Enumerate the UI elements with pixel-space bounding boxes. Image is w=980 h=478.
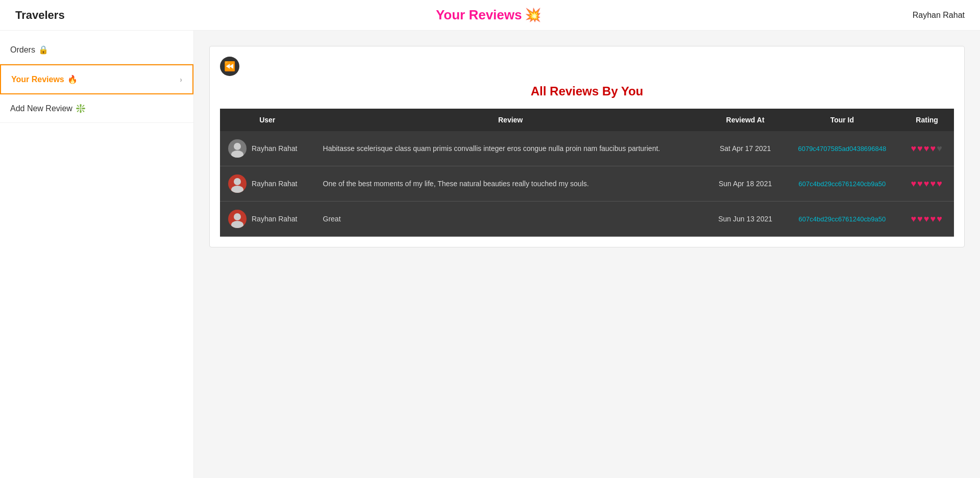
svg-point-1 bbox=[231, 150, 243, 158]
reviewed-at: Sun Apr 18 2021 bbox=[706, 166, 785, 202]
svg-point-2 bbox=[234, 178, 241, 185]
col-review: Review bbox=[315, 109, 706, 131]
sidebar: Orders 🔒 Your Reviews 🔥 › Add New Review… bbox=[0, 31, 194, 478]
rating-hearts: ♥♥♥♥♥ bbox=[911, 143, 943, 154]
tour-id[interactable]: 607c4bd29cc6761240cb9a50 bbox=[784, 202, 900, 237]
svg-point-3 bbox=[231, 186, 243, 193]
table-row: Rayhan Rahat One of the best moments of … bbox=[220, 166, 954, 202]
svg-point-0 bbox=[234, 143, 241, 150]
reviewed-at: Sat Apr 17 2021 bbox=[706, 131, 785, 166]
table-header: User Review Reviewd At Tour Id Rating bbox=[220, 109, 954, 131]
col-user: User bbox=[220, 109, 315, 131]
tour-id-link[interactable]: 607c4bd29cc6761240cb9a50 bbox=[799, 180, 886, 188]
review-text: One of the best moments of my life, Thes… bbox=[315, 166, 706, 202]
back-button[interactable]: ⏪ bbox=[220, 57, 239, 76]
sidebar-orders-emoji: 🔒 bbox=[38, 45, 48, 55]
sidebar-orders-label: Orders bbox=[10, 45, 35, 55]
user-name-cell: Rayhan Rahat bbox=[252, 144, 298, 153]
avatar bbox=[228, 174, 247, 193]
brand-title: Travelers bbox=[15, 9, 65, 22]
rating-hearts: ♥♥♥♥♥ bbox=[911, 214, 943, 224]
review-text: Habitasse scelerisque class quam primis … bbox=[315, 131, 706, 166]
content-area: ⏪ All Reviews By You User Review Reviewd… bbox=[194, 31, 980, 478]
rating-cell: ♥♥♥♥♥ bbox=[900, 166, 954, 202]
user-name-cell: Rayhan Rahat bbox=[252, 180, 298, 188]
header-title-emoji: 💥 bbox=[525, 7, 541, 23]
rating-cell: ♥♥♥♥♥ bbox=[900, 131, 954, 166]
svg-point-5 bbox=[231, 221, 243, 228]
sidebar-item-your-reviews[interactable]: Your Reviews 🔥 › bbox=[0, 64, 193, 94]
tour-id[interactable]: 6079c4707585ad0438696848 bbox=[784, 131, 900, 166]
header-page-title: Your Reviews 💥 bbox=[436, 7, 542, 23]
tour-id-link[interactable]: 607c4bd29cc6761240cb9a50 bbox=[799, 215, 886, 223]
sidebar-your-reviews-label: Your Reviews bbox=[11, 75, 64, 84]
sidebar-your-reviews-emoji: 🔥 bbox=[67, 74, 78, 84]
tour-id-link[interactable]: 6079c4707585ad0438696848 bbox=[798, 145, 886, 153]
reviewed-at: Sun Jun 13 2021 bbox=[706, 202, 785, 237]
sidebar-add-review-emoji: ❇️ bbox=[76, 104, 86, 113]
main-layout: Orders 🔒 Your Reviews 🔥 › Add New Review… bbox=[0, 31, 980, 478]
chevron-right-icon: › bbox=[180, 76, 182, 84]
col-reviewed-at: Reviewd At bbox=[706, 109, 785, 131]
review-text: Great bbox=[315, 202, 706, 237]
user-name-cell: Rayhan Rahat bbox=[252, 215, 298, 223]
col-tour-id: Tour Id bbox=[784, 109, 900, 131]
sidebar-add-review-label: Add New Review bbox=[10, 104, 72, 113]
header-title-text: Your Reviews bbox=[436, 7, 522, 23]
avatar bbox=[228, 139, 247, 158]
rating-hearts: ♥♥♥♥♥ bbox=[911, 179, 943, 189]
table-body: Rayhan Rahat Habitasse scelerisque class… bbox=[220, 131, 954, 237]
rating-cell: ♥♥♥♥♥ bbox=[900, 202, 954, 237]
top-header: Travelers Your Reviews 💥 Rayhan Rahat bbox=[0, 0, 980, 31]
avatar bbox=[228, 210, 247, 228]
col-rating: Rating bbox=[900, 109, 954, 131]
table-row: Rayhan Rahat Habitasse scelerisque class… bbox=[220, 131, 954, 166]
section-title: All Reviews By You bbox=[220, 84, 954, 98]
tour-id[interactable]: 607c4bd29cc6761240cb9a50 bbox=[784, 166, 900, 202]
table-row: Rayhan Rahat GreatSun Jun 13 2021607c4bd… bbox=[220, 202, 954, 237]
sidebar-item-add-review[interactable]: Add New Review ❇️ bbox=[0, 94, 193, 123]
sidebar-item-orders[interactable]: Orders 🔒 bbox=[0, 36, 193, 64]
content-card: ⏪ All Reviews By You User Review Reviewd… bbox=[209, 46, 965, 247]
svg-point-4 bbox=[234, 213, 241, 220]
reviews-table: User Review Reviewd At Tour Id Rating bbox=[220, 109, 954, 237]
user-name: Rayhan Rahat bbox=[913, 11, 965, 20]
